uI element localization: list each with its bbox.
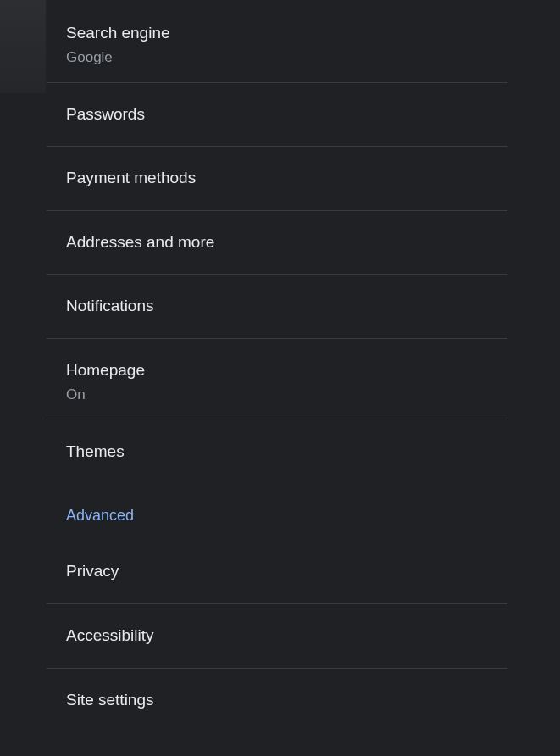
item-title: Notifications: [66, 295, 507, 318]
selection-highlight: [0, 0, 46, 93]
settings-item-homepage[interactable]: Homepage On: [47, 339, 507, 420]
item-title: Themes: [66, 441, 507, 464]
settings-item-addresses[interactable]: Addresses and more: [47, 211, 507, 275]
settings-item-accessibility[interactable]: Accessibility: [47, 604, 507, 669]
item-subtitle: On: [66, 386, 507, 404]
item-title: Passwords: [66, 103, 507, 126]
settings-item-site-settings[interactable]: Site settings: [47, 669, 507, 732]
settings-list: Search engine Google Passwords Payment m…: [0, 0, 560, 731]
item-title: Homepage: [66, 359, 507, 382]
settings-item-passwords[interactable]: Passwords: [47, 83, 507, 147]
settings-item-notifications[interactable]: Notifications: [47, 275, 507, 339]
item-title: Payment methods: [66, 167, 507, 190]
item-title: Accessibility: [66, 625, 507, 648]
section-header-advanced: Advanced: [47, 483, 507, 543]
item-title: Privacy: [66, 560, 507, 583]
item-title: Search engine: [66, 22, 507, 45]
settings-item-search-engine[interactable]: Search engine Google: [47, 0, 507, 83]
item-title: Site settings: [66, 689, 507, 712]
item-title: Addresses and more: [66, 231, 507, 254]
settings-item-payment-methods[interactable]: Payment methods: [47, 147, 507, 211]
settings-item-themes[interactable]: Themes: [47, 420, 507, 484]
settings-item-privacy[interactable]: Privacy: [47, 543, 507, 604]
item-subtitle: Google: [66, 48, 507, 67]
